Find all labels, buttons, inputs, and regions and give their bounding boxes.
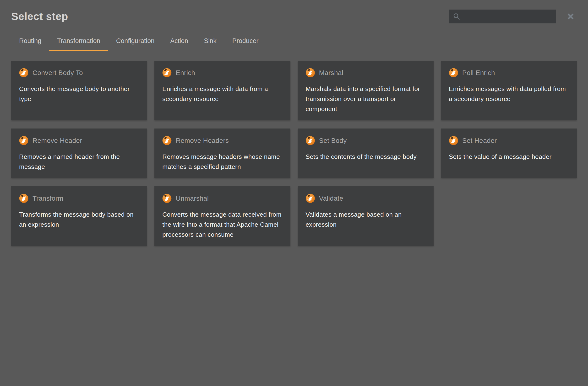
- tab-producer[interactable]: Producer: [224, 37, 267, 51]
- step-description: Enriches a message with data from a seco…: [162, 84, 282, 104]
- step-description: Marshals data into a specified format fo…: [306, 84, 426, 114]
- step-card-header: Set Header: [449, 136, 569, 145]
- camel-icon: [19, 194, 28, 203]
- camel-icon: [306, 136, 315, 145]
- step-card[interactable]: Set Header Sets the value of a message h…: [441, 128, 577, 178]
- step-title: Poll Enrich: [462, 69, 495, 77]
- camel-icon: [19, 68, 28, 77]
- tab-action[interactable]: Action: [162, 37, 196, 51]
- camel-icon: [162, 136, 172, 145]
- tab-configuration[interactable]: Configuration: [108, 37, 163, 51]
- step-card[interactable]: Poll Enrich Enriches messages with data …: [441, 61, 577, 120]
- close-icon: [567, 13, 574, 20]
- step-card-header: Set Body: [306, 136, 426, 145]
- step-card-header: Validate: [306, 194, 426, 203]
- camel-icon: [449, 136, 458, 145]
- step-description: Sets the value of a message header: [449, 152, 569, 162]
- step-card-header: Poll Enrich: [449, 68, 569, 77]
- camel-icon: [306, 68, 315, 77]
- step-title: Validate: [319, 195, 343, 202]
- close-button[interactable]: [564, 10, 577, 23]
- camel-icon: [162, 194, 172, 203]
- step-card[interactable]: Transform Transforms the message body ba…: [11, 186, 147, 246]
- search-input[interactable]: [449, 10, 556, 23]
- step-title: Enrich: [176, 69, 195, 77]
- tab-routing[interactable]: Routing: [11, 37, 49, 51]
- step-card[interactable]: Set Body Sets the contents of the messag…: [298, 128, 434, 178]
- step-card-header: Enrich: [162, 68, 282, 77]
- step-card[interactable]: Unmarshal Converts the message data rece…: [154, 186, 290, 246]
- step-title: Remove Headers: [176, 137, 229, 144]
- camel-icon: [19, 136, 28, 145]
- step-description: Sets the contents of the message body: [306, 152, 426, 162]
- step-title: Set Body: [319, 137, 347, 144]
- step-description: Converts the message body to another typ…: [19, 84, 139, 104]
- step-card-header: Transform: [19, 194, 139, 203]
- dialog-header: Select step: [11, 9, 577, 24]
- step-title: Unmarshal: [176, 195, 209, 202]
- step-card[interactable]: Remove Header Removes a named header fro…: [11, 128, 147, 178]
- step-title: Remove Header: [33, 137, 82, 144]
- step-card[interactable]: Remove Headers Removes message headers w…: [154, 128, 290, 178]
- tab-bar: Routing Transformation Configuration Act…: [11, 37, 577, 51]
- camel-icon: [162, 68, 172, 77]
- step-card-header: Unmarshal: [162, 194, 282, 203]
- tab-sink[interactable]: Sink: [196, 37, 224, 51]
- select-step-dialog: Select step Routing Transformation Confi…: [0, 0, 588, 246]
- step-title: Transform: [33, 195, 63, 202]
- step-description: Enriches messages with data polled from …: [449, 84, 569, 104]
- step-card[interactable]: Enrich Enriches a message with data from…: [154, 61, 290, 120]
- search-box: [449, 10, 556, 23]
- step-title: Set Header: [462, 137, 497, 144]
- step-card-header: Convert Body To: [19, 68, 139, 77]
- step-description: Transforms the message body based on an …: [19, 209, 139, 229]
- step-card-header: Remove Headers: [162, 136, 282, 145]
- step-card[interactable]: Marshal Marshals data into a specified f…: [298, 61, 434, 120]
- step-description: Removes a named header from the message: [19, 152, 139, 172]
- camel-icon: [449, 68, 458, 77]
- step-card-header: Marshal: [306, 68, 426, 77]
- step-description: Removes message headers whose name match…: [162, 152, 282, 172]
- step-card[interactable]: Validate Validates a message based on an…: [298, 186, 434, 246]
- step-title: Marshal: [319, 69, 343, 77]
- step-card[interactable]: Convert Body To Converts the message bod…: [11, 61, 147, 120]
- page-title: Select step: [11, 11, 449, 22]
- camel-icon: [306, 194, 315, 203]
- step-card-header: Remove Header: [19, 136, 139, 145]
- tab-transformation[interactable]: Transformation: [49, 37, 108, 51]
- step-description: Validates a message based on an expressi…: [306, 209, 426, 229]
- step-title: Convert Body To: [33, 69, 83, 77]
- step-description: Converts the message data received from …: [162, 209, 282, 240]
- step-grid: Convert Body To Converts the message bod…: [11, 61, 577, 246]
